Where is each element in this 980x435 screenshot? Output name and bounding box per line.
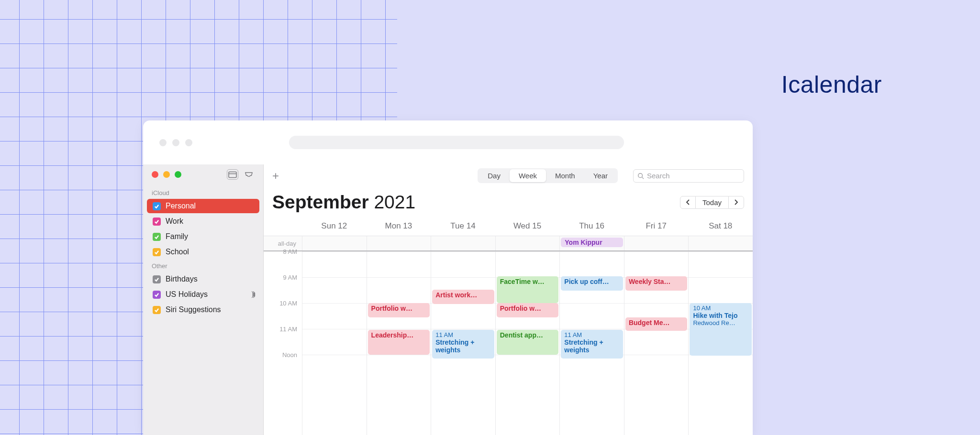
day-column[interactable]: FaceTime w…Portfolio w…Dentist app… xyxy=(495,251,560,435)
calendar-checkbox[interactable] xyxy=(153,202,161,210)
today-button[interactable]: Today xyxy=(696,196,728,209)
view-tab-week[interactable]: Week xyxy=(510,169,546,182)
calendar-checkbox[interactable] xyxy=(153,275,161,283)
app-toolbar: + DayWeekMonthYear Search xyxy=(264,164,753,188)
calendar-event[interactable]: 11 AMStretching + weights xyxy=(432,330,494,359)
search-icon xyxy=(637,173,644,179)
calendar-event[interactable]: 11 AMStretching + weights xyxy=(561,330,623,359)
view-tab-day[interactable]: Day xyxy=(479,169,510,182)
day-column[interactable] xyxy=(302,251,367,435)
calendar-name: Birthdays xyxy=(166,275,198,283)
svg-rect-0 xyxy=(229,172,236,177)
sidebar-section-label: iCloud xyxy=(143,186,263,198)
close-icon[interactable] xyxy=(152,171,158,178)
allday-cell[interactable] xyxy=(688,236,753,250)
svg-line-3 xyxy=(642,177,644,179)
view-tab-month[interactable]: Month xyxy=(546,169,584,182)
calendar-item[interactable]: Siri Suggestions xyxy=(147,303,259,317)
calendar-list-icon[interactable] xyxy=(227,169,238,180)
day-column[interactable]: Portfolio w…Leadership… xyxy=(367,251,431,435)
calendar-event[interactable]: Budget Me… xyxy=(625,317,688,331)
calendar-name: Work xyxy=(166,217,183,226)
browser-dot xyxy=(172,139,179,146)
allday-cell[interactable] xyxy=(367,236,431,250)
browser-address-bar[interactable] xyxy=(289,136,624,149)
calendar-event[interactable]: Leadership… xyxy=(368,330,430,355)
sidebar: iCloudPersonalWorkFamilySchoolOtherBirth… xyxy=(143,164,264,435)
main-panel: + DayWeekMonthYear Search September 2021… xyxy=(264,164,753,435)
day-header: Sat 18 xyxy=(688,218,753,236)
next-button[interactable] xyxy=(728,196,744,209)
hour-label: Noon xyxy=(264,351,302,377)
day-column[interactable]: 10 AMHike with TejoRedwood Re… xyxy=(688,251,753,435)
view-segmented-control[interactable]: DayWeekMonthYear xyxy=(478,168,618,183)
columns: Portfolio w…Leadership…Artist work…11 AM… xyxy=(302,251,753,435)
browser-window: iCloudPersonalWorkFamilySchoolOtherBirth… xyxy=(143,120,753,435)
calendar-checkbox[interactable] xyxy=(153,233,161,241)
search-input[interactable]: Search xyxy=(633,169,744,183)
day-header: Sun 12 xyxy=(302,218,367,236)
calendar-item[interactable]: Family xyxy=(147,229,259,244)
calendar-name: Siri Suggestions xyxy=(166,305,221,314)
day-header: Tue 14 xyxy=(431,218,495,236)
allday-cell[interactable] xyxy=(302,236,367,250)
day-header: Mon 13 xyxy=(367,218,431,236)
allday-cell[interactable] xyxy=(495,236,560,250)
search-placeholder: Search xyxy=(647,172,670,180)
day-header: Thu 16 xyxy=(559,218,624,236)
prev-button[interactable] xyxy=(680,196,696,209)
allday-event[interactable]: Yom Kippur xyxy=(561,238,623,247)
hour-gutter: 8 AM9 AM10 AM11 AMNoon xyxy=(264,251,302,435)
calendar-checkbox[interactable] xyxy=(153,306,161,314)
day-column[interactable]: Weekly Sta…Budget Me… xyxy=(624,251,689,435)
title-row: September 2021 Today xyxy=(264,188,753,218)
broadcast-icon: ⦘⦘ xyxy=(251,290,254,299)
calendar-event[interactable]: Portfolio w… xyxy=(497,303,559,317)
svg-point-2 xyxy=(638,173,643,177)
calendar-event[interactable]: Artist work… xyxy=(432,290,494,304)
allday-row: all-day Yom Kippur xyxy=(264,236,753,251)
calendar-event[interactable]: FaceTime w… xyxy=(497,276,559,303)
calendar-item[interactable]: Work xyxy=(147,214,259,228)
calendar-app: iCloudPersonalWorkFamilySchoolOtherBirth… xyxy=(143,164,753,435)
day-column[interactable]: Pick up coff…11 AMStretching + weights xyxy=(559,251,624,435)
allday-cell[interactable]: Yom Kippur xyxy=(559,236,624,250)
view-tab-year[interactable]: Year xyxy=(584,169,617,182)
hour-label: 9 AM xyxy=(264,274,302,300)
hour-label: 10 AM xyxy=(264,300,302,326)
minimize-icon[interactable] xyxy=(163,171,170,178)
calendar-item[interactable]: Personal xyxy=(147,199,259,213)
calendar-item[interactable]: US Holidays⦘⦘ xyxy=(147,287,259,302)
browser-traffic-lights xyxy=(159,139,192,146)
browser-dot xyxy=(185,139,192,146)
maximize-icon[interactable] xyxy=(175,171,181,178)
allday-cell[interactable] xyxy=(624,236,689,250)
time-grid: 8 AM9 AM10 AM11 AMNoon Portfolio w…Leade… xyxy=(264,251,753,435)
allday-cell[interactable] xyxy=(431,236,495,250)
calendar-name: Personal xyxy=(166,202,196,210)
hero-title: Icalendar xyxy=(781,71,882,98)
add-event-button[interactable]: + xyxy=(272,169,279,183)
month-title: September 2021 xyxy=(272,192,415,213)
calendar-event[interactable]: 10 AMHike with TejoRedwood Re… xyxy=(690,303,752,356)
sidebar-section-label: Other xyxy=(143,260,263,272)
calendar-event[interactable]: Weekly Sta… xyxy=(625,276,688,291)
sidebar-toolbar xyxy=(143,164,263,186)
day-column[interactable]: Artist work…11 AMStretching + weights xyxy=(431,251,495,435)
calendar-checkbox[interactable] xyxy=(153,218,161,226)
calendar-event[interactable]: Pick up coff… xyxy=(561,276,623,291)
window-traffic-lights[interactable] xyxy=(152,171,181,178)
day-headers: Sun 12Mon 13Tue 14Wed 15Thu 16Fri 17Sat … xyxy=(264,218,753,236)
chevron-left-icon xyxy=(686,199,690,205)
browser-chrome xyxy=(143,120,753,164)
calendar-name: Family xyxy=(166,232,188,241)
hour-label: 11 AM xyxy=(264,326,302,351)
calendar-event[interactable]: Dentist app… xyxy=(497,330,559,355)
calendar-item[interactable]: School xyxy=(147,245,259,259)
date-nav: Today xyxy=(680,196,744,209)
calendar-checkbox[interactable] xyxy=(153,291,161,299)
calendar-item[interactable]: Birthdays xyxy=(147,272,259,286)
calendar-event[interactable]: Portfolio w… xyxy=(368,303,430,317)
inbox-icon[interactable] xyxy=(243,169,255,180)
calendar-checkbox[interactable] xyxy=(153,248,161,256)
